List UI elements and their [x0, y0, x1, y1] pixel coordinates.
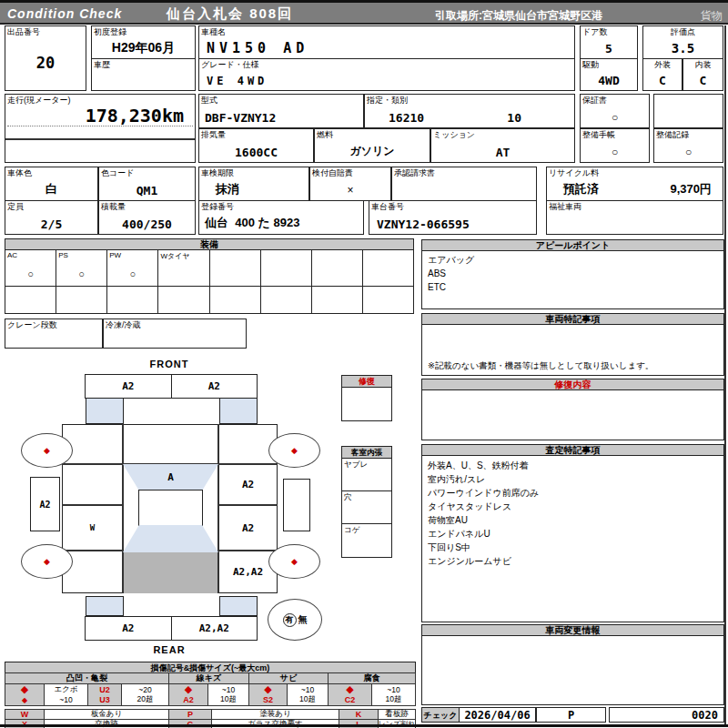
title-bar: Condition Check 仙台入札会 808回 引取場所:宮城県仙台市宮城…: [0, 0, 728, 25]
empty-box: [653, 94, 723, 128]
damage-diamond-icon: ◆: [44, 446, 50, 455]
check-number-value: 0020: [692, 709, 718, 722]
front-bumper-right-mark: A2: [208, 380, 220, 392]
equipment-cell-empty: [261, 250, 312, 286]
legend-codes-row-1: W 板金あり P 塗装あり K 看板跡: [5, 709, 416, 719]
legend-code-s2: S2: [249, 694, 288, 705]
exterior-grade-label: 外装: [643, 60, 682, 69]
left-door-repair-mark: W: [62, 505, 123, 551]
legend-code-c2: C2: [329, 694, 372, 705]
legend-group-corrosion: 腐食: [329, 673, 415, 683]
equipment-cell-empty: [107, 287, 158, 313]
equipment-ps-label: PS: [58, 251, 68, 259]
equipment-pw-mark: ○: [107, 268, 157, 279]
mileage-label: 走行(現メーター): [7, 96, 70, 105]
color-code-box: 色コード QM1: [98, 167, 196, 201]
grade-label: グレード・仕様: [201, 60, 259, 69]
exterior-grade-box: 外装 C: [642, 58, 682, 91]
appeal-points-body: エアバッグ ABS ETC: [421, 250, 724, 309]
fridge-box: 冷凍/冷蔵: [103, 318, 247, 349]
left-headlight-panel: [86, 398, 124, 424]
class-number-value: 16210: [389, 111, 424, 125]
lot-number-box: 出品番号 20: [5, 25, 86, 91]
check-date-box: 2026/04/06: [459, 707, 536, 723]
left-side-panel: A2: [30, 477, 60, 531]
legend-group-dent: 凸凹・亀裂: [5, 673, 169, 683]
check-date-value: 2026/04/06: [460, 709, 535, 722]
equipment-pw-label: PW: [109, 251, 121, 259]
inspection-label: 車検期限: [201, 168, 234, 177]
load-capacity-box: 積載量 400/250: [98, 200, 196, 235]
model-code-label: 型式: [201, 96, 217, 105]
body-color-label: 車体色: [7, 168, 32, 177]
displacement-box: 排気量 1600CC: [198, 128, 314, 163]
warranty-label: 保証書: [582, 96, 607, 105]
vehicle-history-label: 車歴: [94, 60, 110, 69]
sheet-right-edge: [724, 25, 726, 725]
right-taillight-panel: [219, 596, 258, 616]
damage-diamond-icon: ◆: [5, 694, 45, 705]
equipment-ac-mark: ○: [5, 268, 56, 279]
legend-cell: 10超: [208, 694, 249, 705]
model-name-value: NV150 AD: [207, 40, 308, 56]
lot-number-value: 20: [5, 54, 86, 72]
legend-cell: 板金あり: [45, 710, 169, 719]
interior-grade-box: 内装 C: [682, 58, 723, 91]
legend-cell: 看板跡: [379, 710, 415, 719]
class-label: 指定・類別: [367, 96, 408, 105]
right-side-panel: [283, 479, 310, 531]
model-name-label: 車種名: [201, 27, 226, 36]
roof-panel: [138, 490, 203, 526]
doors-label: ドア数: [582, 27, 607, 36]
legend-cell: 20超: [122, 694, 169, 705]
transmission-label: ミッション: [433, 130, 475, 139]
check-code-value: P: [537, 709, 605, 722]
recycle-fee-value: 9,370円: [670, 181, 712, 197]
check-label: チェック: [421, 707, 460, 723]
legend-cell: 10超: [288, 694, 329, 705]
fuel-label: 燃料: [317, 130, 333, 139]
inspection-box: 車検期限 抹消: [198, 167, 309, 201]
class-box: 指定・類別 16210 10: [364, 94, 575, 128]
rear-right-wheel: ◆: [268, 544, 320, 579]
cabin-tear-box: ヤブレ: [341, 458, 392, 491]
legend-code-w: W: [5, 710, 45, 719]
registration-number-label: 登録番号: [201, 202, 234, 211]
equipment-cell-empty: [210, 250, 261, 286]
doors-value: 5: [581, 42, 637, 56]
displacement-value: 1600CC: [199, 146, 313, 159]
rear-bumper-right-mark: A2,A2: [199, 622, 229, 634]
equipment-cell-empty: [5, 287, 56, 313]
class-sub-value: 10: [507, 111, 521, 125]
load-capacity-value: 400/250: [99, 217, 195, 231]
fuel-value: ガソリン: [315, 144, 430, 159]
spare-tire-present-mark: 有: [283, 613, 297, 627]
capacity-box: 定員 2/5: [5, 200, 98, 235]
vehicle-notes-disclaimer: ※記載のない書類・機器等は無しとして取り扱いします。: [428, 360, 653, 372]
load-capacity-label: 積載量: [101, 202, 126, 211]
lot-number-label: 出品番号: [7, 27, 40, 36]
recycle-fee-label: リサイクル料: [549, 168, 599, 177]
front-bumper-panel: A2 A2: [85, 374, 258, 399]
assessment-line: エンドパネルU: [422, 527, 723, 541]
rear-window-panel: [123, 525, 218, 552]
equipment-cell-empty: [312, 250, 363, 286]
legend-cell: エクボ: [45, 684, 88, 694]
equipment-row-2: [5, 286, 414, 314]
exterior-grade-value: C: [643, 74, 682, 87]
capacity-label: 定員: [7, 202, 24, 211]
maintenance-record-value: ○: [654, 146, 723, 158]
assessment-line: 下回りS中: [422, 541, 723, 554]
equipment-cell-empty: [56, 287, 107, 313]
mileage-box: 走行(現メーター) 178,230km: [5, 94, 196, 163]
drive-label: 駆動: [582, 60, 599, 69]
equipment-cell-empty: [158, 287, 209, 313]
appeal-line: ABS: [422, 267, 723, 280]
capacity-value: 2/5: [5, 217, 97, 231]
cabin-tear-label: ヤブレ: [344, 460, 368, 469]
pickup-location: 引取場所:宮城県仙台市宮城野区港: [435, 8, 602, 24]
legend-code-u3: U3: [88, 694, 122, 705]
damage-diamond-icon: ◆: [5, 684, 45, 694]
model-code-value: DBF-VZNY12: [205, 111, 276, 125]
equipment-cell-ps: PS ○: [56, 250, 107, 286]
